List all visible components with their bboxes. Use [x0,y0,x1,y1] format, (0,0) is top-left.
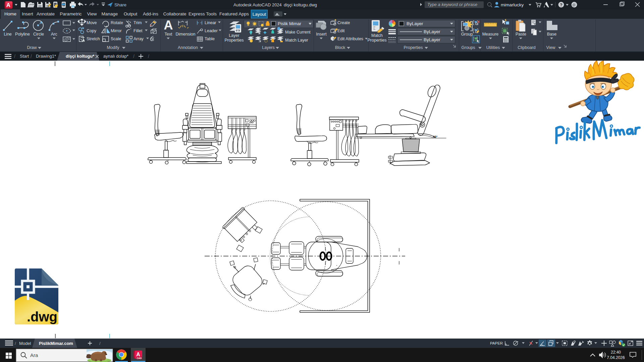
svg-text:Block: Block [335,45,345,50]
svg-text:Properties: Properties [368,38,387,43]
svg-text:Match: Match [371,33,383,38]
svg-text:Pislik Mimar: Pislik Mimar [278,21,302,26]
svg-text:CAD: CAD [137,357,142,359]
svg-text:ByLayer: ByLayer [407,21,423,26]
svg-text:Paste: Paste [516,32,526,37]
svg-text:.dwg: .dwg [27,309,57,324]
svg-text:22:40: 22:40 [611,350,621,355]
svg-text:/: / [99,341,101,346]
svg-text:PAPER: PAPER [490,341,503,345]
svg-text:ByLayer: ByLayer [424,37,440,42]
svg-text:?: ? [560,2,562,7]
svg-text:A: A [6,2,10,8]
svg-text:Share: Share [114,2,126,7]
svg-text:A: A [136,352,140,357]
svg-text:Base: Base [547,32,557,37]
svg-text:Type a keyword or phrase: Type a keyword or phrase [427,2,477,7]
svg-text:Clipboard: Clipboard [518,45,536,50]
svg-text:View: View [546,45,556,50]
svg-text:Edit Attributes: Edit Attributes [337,37,363,41]
svg-text:7.04.2026: 7.04.2026 [607,355,625,360]
svg-text:Properties: Properties [404,45,423,50]
svg-text:mimarlucky: mimarlucky [501,2,524,7]
svg-text:/: / [15,341,16,346]
svg-text:Edit: Edit [337,28,345,33]
svg-text:Layer: Layer [229,33,239,38]
svg-text:Groups: Groups [462,45,475,50]
svg-text:Measure: Measure [482,32,499,37]
svg-text:60°: 60° [433,135,438,138]
svg-text:Match Layer: Match Layer [285,38,308,43]
svg-text:Layers: Layers [262,45,275,50]
svg-text:Utilities: Utilities [486,45,500,50]
svg-text:Ara: Ara [30,352,38,358]
svg-text:Insert: Insert [316,32,327,37]
svg-text:PislikMimar.com: PislikMimar.com [39,341,73,346]
svg-text:Model: Model [19,341,31,346]
svg-text:Group: Group [461,32,473,37]
svg-text:Properties: Properties [225,38,244,43]
svg-text:dişçi koltugu.dwg: dişçi koltugu.dwg [284,2,317,7]
svg-text:Autodesk AutoCAD 2024: Autodesk AutoCAD 2024 [233,2,282,7]
svg-text:ByLayer: ByLayer [424,29,440,34]
svg-text:Make Current: Make Current [285,30,311,35]
svg-text:Create: Create [337,20,350,25]
